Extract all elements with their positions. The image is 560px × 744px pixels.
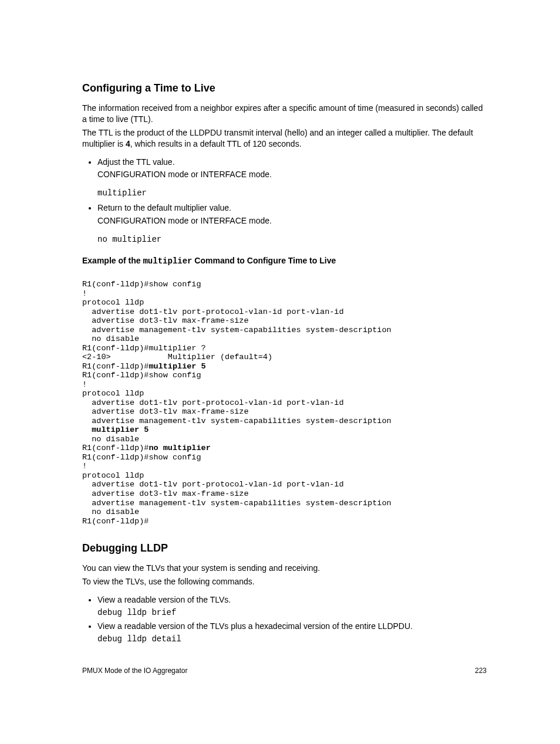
paragraph-ttl-desc: The TTL is the product of the LLDPDU tra… [82, 127, 487, 150]
debug-bullet-list-2: View a readable version of the TLVs plus… [82, 621, 487, 632]
code-block-3b: R1(conf-lldp)#show config ! protocol lld… [82, 453, 392, 526]
example-heading: Example of the multiplier Command to Con… [82, 256, 487, 266]
section-heading-debug: Debugging LLDP [82, 542, 487, 554]
footer-left: PMUX Mode of the IO Aggregator [82, 667, 187, 675]
ttl-bullet-adjust: Adjust the TTL value. [97, 157, 487, 168]
ttl-sub-mode-1: CONFIGURATION mode or INTERFACE mode. [97, 169, 487, 180]
example-cmd: multiplier [143, 256, 192, 266]
ttl-default-multiplier: 4 [126, 139, 130, 148]
code-bold-nomult: no multiplier [149, 444, 210, 452]
code-bold-mult5-out: multiplier 5 [82, 425, 149, 434]
code-block-3a: no disable R1(conf-lldp)# [82, 435, 149, 453]
ttl-bullet-list-2: Return to the default multiplier value. [82, 202, 487, 214]
example-label-suffix: Command to Configure Time to Live [192, 256, 336, 265]
code-bold-mult5: multiplier 5 [149, 362, 205, 371]
section-heading-ttl: Configuring a Time to Live [82, 82, 487, 94]
debug-bullet-brief: View a readable version of the TLVs. [97, 594, 487, 606]
ttl-bullet-default: Return to the default multiplier value. [97, 202, 487, 214]
debug-bullet-list: View a readable version of the TLVs. [82, 594, 487, 606]
debug-code-detail: debug lldp detail [97, 634, 487, 645]
page-content: Configuring a Time to Live The informati… [0, 0, 560, 744]
debug-code-brief: debug lldp brief [97, 607, 487, 618]
code-block-1: R1(conf-lldp)#show config ! protocol lld… [82, 280, 392, 371]
paragraph-debug-cmds: To view the TLVs, use the following comm… [82, 576, 487, 587]
ttl-bullet-list: Adjust the TTL value. [82, 157, 487, 168]
example-label-prefix: Example of the [82, 256, 143, 265]
ttl-sub-mode-2: CONFIGURATION mode or INTERFACE mode. [97, 215, 487, 226]
paragraph-ttl-intro: The information received from a neighbor… [82, 103, 487, 125]
code-block-2: R1(conf-lldp)#show config ! protocol lld… [82, 371, 392, 425]
ttl-code-no-multiplier: no multiplier [97, 235, 487, 244]
debug-bullet-detail: View a readable version of the TLVs plus… [97, 621, 487, 632]
example-output-1: R1(conf-lldp)#show config ! protocol lld… [82, 280, 487, 526]
ttl-desc-suffix: , which results in a default TTL of 120 … [130, 139, 302, 148]
ttl-code-multiplier: multiplier [97, 188, 487, 198]
page-footer: PMUX Mode of the IO Aggregator 223 [82, 667, 487, 675]
paragraph-debug-intro: You can view the TLVs that your system i… [82, 563, 487, 574]
footer-page-number: 223 [475, 667, 487, 675]
